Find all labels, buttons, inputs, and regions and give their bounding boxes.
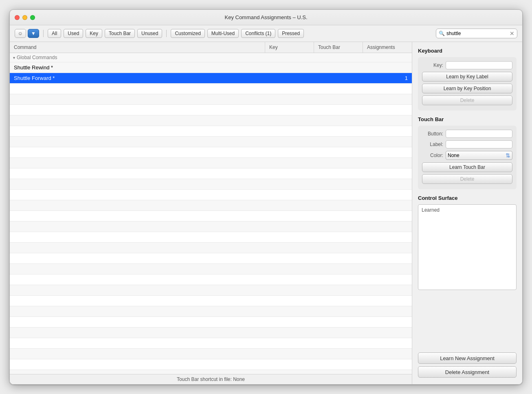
group-label: Global Commands [17,55,57,60]
table-row[interactable] [10,328,412,338]
learn-new-assignment-button[interactable]: Learn New Assignment [418,352,517,364]
key-field-row: Key: [422,61,512,69]
titlebar: Key Command Assignments – U.S. [10,10,522,25]
touchbar-cell [314,66,363,69]
assignments-cell: 1 [363,73,412,83]
table-row[interactable] [10,306,412,317]
table-row[interactable]: Shuttle Forward * 1 [10,73,412,84]
learn-by-key-position-button[interactable]: Learn by Key Position [422,84,512,93]
table-row[interactable] [10,317,412,328]
table-row[interactable] [10,105,412,115]
color-select[interactable]: None ⇅ [446,151,512,160]
maximize-button[interactable] [30,15,35,20]
emoji-icon-button[interactable]: ☺ [15,29,26,38]
main-window: Key Command Assignments – U.S. ☺ ▼ All U… [9,9,523,385]
chevron-down-icon: ▾ [13,55,15,60]
table-row[interactable] [10,211,412,221]
left-panel: Command Key Touch Bar Assignments ▾ Glob… [10,42,412,384]
dropdown-arrow-button[interactable]: ▼ [28,29,39,38]
filter-touchbar-button[interactable]: Touch Bar [105,29,135,38]
status-bar: Touch Bar shortcut in file: None [10,374,412,384]
color-label: Color: [422,153,443,158]
filter-unused-button[interactable]: Unused [137,29,162,38]
keyboard-section: Key: Learn by Key Label Learn by Key Pos… [418,57,517,111]
table-row[interactable] [10,285,412,296]
table-row[interactable] [10,147,412,158]
search-clear-button[interactable]: ✕ [510,31,514,36]
traffic-lights [15,15,35,20]
keyboard-delete-button[interactable]: Delete [422,95,512,105]
button-input[interactable] [446,130,512,138]
main-content: Command Key Touch Bar Assignments ▾ Glob… [10,42,522,384]
table-row[interactable] [10,115,412,126]
delete-assignment-button[interactable]: Delete Assignment [418,366,517,378]
table-row[interactable] [10,370,412,374]
th-assignments: Assignments [363,42,412,53]
filter-pressed-button[interactable]: Pressed [278,29,304,38]
filter-conflicts-button[interactable]: Conflicts (1) [241,29,275,38]
button-label: Button: [422,131,443,137]
separator-2 [166,30,167,37]
status-text: Touch Bar shortcut in file: None [177,376,245,382]
command-cell: Shuttle Rewind * [10,63,265,72]
search-container: 🔍 ✕ [436,29,517,38]
th-key: Key [265,42,314,53]
label-input[interactable] [446,140,512,148]
toolbar-left: ☺ ▼ [15,29,39,38]
table-row[interactable] [10,359,412,370]
table-row[interactable] [10,264,412,274]
filter-all-button[interactable]: All [48,29,61,38]
search-input[interactable] [446,31,510,36]
table-row[interactable] [10,84,412,94]
table-row[interactable] [10,179,412,190]
toolbar: ☺ ▼ All Used Key Touch Bar Unused Custom… [10,25,522,42]
key-cell [265,66,314,69]
learned-text: Learned [422,207,440,213]
touchbar-cell [314,77,363,80]
group-row-global[interactable]: ▾ Global Commands [10,53,412,62]
table-row[interactable] [10,137,412,147]
minimize-button[interactable] [22,15,27,20]
table-row[interactable] [10,221,412,232]
touchbar-section-title: Touch Bar [418,116,517,122]
filter-customized-button[interactable]: Customized [171,29,204,38]
table-row[interactable] [10,232,412,243]
table-row[interactable] [10,94,412,105]
table-row[interactable] [10,158,412,168]
key-cell [265,77,314,80]
table-row[interactable] [10,126,412,137]
filter-multi-used-button[interactable]: Multi-Used [207,29,239,38]
learn-by-key-label-button[interactable]: Learn by Key Label [422,72,512,82]
filter-used-button[interactable]: Used [64,29,83,38]
select-arrow-icon: ⇅ [506,152,510,159]
table-row[interactable] [10,200,412,211]
key-label: Key: [422,62,443,68]
color-row: Color: None ⇅ [422,151,512,160]
separator-1 [43,30,44,37]
label-field-row: Label: [422,140,512,148]
table-row[interactable] [10,243,412,253]
filter-key-button[interactable]: Key [86,29,102,38]
learn-touch-bar-button[interactable]: Learn Touch Bar [422,162,512,172]
table-row[interactable]: Shuttle Rewind * [10,62,412,73]
close-button[interactable] [15,15,20,20]
table-row[interactable] [10,296,412,306]
touchbar-delete-button[interactable]: Delete [422,174,512,184]
th-command: Command [10,42,265,53]
table-row[interactable] [10,168,412,179]
table-row[interactable] [10,253,412,264]
table-body: ▾ Global Commands Shuttle Rewind * Shutt… [10,53,412,374]
th-touchbar: Touch Bar [314,42,363,53]
command-cell: Shuttle Forward * [10,73,265,83]
table-row[interactable] [10,274,412,285]
touchbar-section: Button: Label: Color: None ⇅ Learn Touch… [418,126,517,189]
chevron-down-icon: ▼ [31,31,36,36]
control-surface-box: Learned [418,204,517,290]
assignments-cell [363,66,412,69]
table-row[interactable] [10,338,412,349]
bottom-buttons: Learn New Assignment Delete Assignment [418,352,517,380]
table-row[interactable] [10,349,412,359]
table-row[interactable] [10,190,412,200]
key-input[interactable] [446,61,512,69]
keyboard-section-title: Keyboard [418,48,517,54]
